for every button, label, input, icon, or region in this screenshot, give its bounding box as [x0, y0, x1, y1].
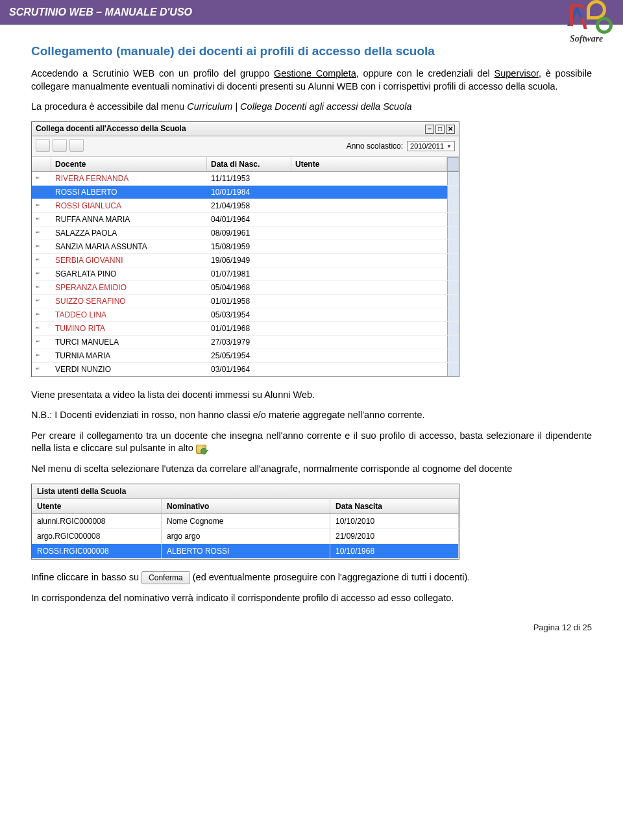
users-window-title: Lista utenti della Scuola — [32, 484, 459, 499]
cell-docente: RUFFA ANNA MARIA — [51, 213, 207, 226]
cell-data: 05/03/1954 — [207, 308, 291, 321]
table-row[interactable]: ▪▫SANZIA MARIA ASSUNTA15/08/1959 — [32, 240, 459, 254]
table-row[interactable]: ▪▫TADDEO LINA05/03/1954 — [32, 308, 459, 322]
cell-utente: argo.RGIC000008 — [32, 529, 162, 543]
table-row[interactable]: ▪▫TUMINO RITA01/01/1968 — [32, 322, 459, 336]
table-row[interactable]: ▪▫VERDI NUNZIO03/01/1964 — [32, 363, 459, 377]
cell-data: 25/05/1954 — [207, 349, 291, 362]
cell-utente — [291, 363, 447, 376]
paragraph-8: In corrispondenza del nominativo verrà i… — [31, 592, 592, 605]
cell-data: 19/06/1949 — [207, 254, 291, 267]
cell-utente — [291, 349, 447, 362]
scrollbar-track[interactable] — [447, 322, 459, 335]
minimize-icon[interactable]: – — [425, 125, 434, 134]
cell-docente: SUIZZO SERAFINO — [51, 295, 207, 308]
cell-data: 10/10/2010 — [330, 514, 459, 528]
window-title: Collega docenti all'Accesso della Scuola — [36, 124, 186, 133]
cell-docente: SPERANZA EMIDIO — [51, 281, 207, 294]
cell-docente: TUMINO RITA — [51, 322, 207, 335]
row-icon: ▪▫ — [32, 295, 51, 308]
cell-data: 01/07/1981 — [207, 267, 291, 280]
page-header: SCRUTINIO WEB – MANUALE D'USO Software — [0, 0, 623, 25]
cell-docente: TURCI MANUELA — [51, 336, 207, 349]
table-row[interactable]: ▪▫RIVERA FERNANDA11/11/1953 — [32, 172, 459, 186]
cell-utente — [291, 186, 447, 199]
window-controls[interactable]: –□✕ — [424, 124, 455, 134]
table-row[interactable]: ▪▫RUFFA ANNA MARIA04/01/1964 — [32, 213, 459, 227]
cell-data: 04/01/1964 — [207, 213, 291, 226]
link-gestione-completa: Gestione Completa — [274, 68, 356, 79]
scrollbar-track[interactable] — [447, 172, 459, 185]
cell-utente — [291, 227, 447, 240]
scrollbar-track[interactable] — [447, 281, 459, 294]
paragraph-6: Nel menu di scelta selezionare l'utenza … — [31, 463, 592, 476]
table-row[interactable]: ▪▫ROSSI GIANLUCA21/04/1958 — [32, 199, 459, 213]
table-row[interactable]: ▪▫SGARLATA PINO01/07/1981 — [32, 267, 459, 281]
row-icon: ▪▫ — [32, 199, 51, 212]
col-utente: Utente — [32, 499, 162, 513]
cell-nominativo: argo argo — [162, 529, 330, 543]
table-header: Docente Data di Nasc. Utente — [32, 157, 459, 172]
scrollbar-track[interactable] — [447, 349, 459, 362]
row-icon: ▪▫ — [32, 186, 51, 199]
table-row[interactable]: ▪▫TURNIA MARIA25/05/1954 — [32, 349, 459, 363]
row-icon: ▪▫ — [32, 336, 51, 349]
table-row[interactable]: ▪▫TURCI MANUELA27/03/1979 — [32, 336, 459, 349]
row-icon: ▪▫ — [32, 322, 51, 335]
cell-docente: SERBIA GIOVANNI — [51, 254, 207, 267]
anno-label: Anno scolastico: — [347, 142, 403, 151]
cell-utente — [291, 336, 447, 349]
users-table-body: alunni.RGIC000008Nome Cognome10/10/2010a… — [32, 514, 459, 559]
link-teacher-icon — [196, 445, 206, 454]
cell-nominativo: ALBERTO ROSSI — [162, 544, 330, 558]
row-icon: ▪▫ — [32, 281, 51, 294]
scrollbar-track[interactable] — [447, 267, 459, 280]
table-row[interactable]: ▪▫SUIZZO SERAFINO01/01/1958 — [32, 295, 459, 308]
anno-select[interactable]: 2010/2011 — [407, 141, 455, 151]
maximize-icon[interactable]: □ — [435, 125, 445, 134]
toolbar-btn-3[interactable] — [69, 139, 84, 152]
scrollbar-track[interactable] — [447, 240, 459, 253]
table-row[interactable]: ▪▫SALAZZA PAOLA08/09/1961 — [32, 227, 459, 240]
scrollbar-track[interactable] — [447, 363, 459, 376]
cell-data: 21/09/2010 — [330, 529, 459, 543]
toolbar-btn-2[interactable] — [53, 139, 67, 152]
toolbar-btn-1[interactable] — [36, 139, 50, 152]
row-icon: ▪▫ — [32, 240, 51, 253]
scrollbar-track[interactable] — [447, 308, 459, 321]
close-icon[interactable]: ✕ — [446, 125, 455, 134]
table-row[interactable]: ▪▫SERBIA GIOVANNI19/06/1949 — [32, 254, 459, 267]
table-row[interactable]: alunni.RGIC000008Nome Cognome10/10/2010 — [32, 514, 459, 529]
cell-utente: alunni.RGIC000008 — [32, 514, 162, 528]
cell-data: 27/03/1979 — [207, 336, 291, 349]
cell-utente — [291, 213, 447, 226]
scrollbar-track[interactable] — [447, 213, 459, 226]
scroll-up-icon[interactable] — [447, 157, 459, 171]
cell-docente: SANZIA MARIA ASSUNTA — [51, 240, 207, 253]
scrollbar-track[interactable] — [447, 254, 459, 267]
cell-utente — [291, 254, 447, 267]
cell-docente: TADDEO LINA — [51, 308, 207, 321]
paragraph-3: Viene presentata a video la lista dei do… — [31, 389, 592, 402]
cell-utente — [291, 322, 447, 335]
table-row[interactable]: ▪▫ROSSI ALBERTO10/01/1984 — [32, 186, 459, 199]
row-icon: ▪▫ — [32, 349, 51, 362]
cell-data: 01/01/1968 — [207, 322, 291, 335]
scrollbar-track[interactable] — [447, 336, 459, 349]
col-data-nascita: Data Nascita — [330, 499, 459, 513]
scrollbar-track[interactable] — [447, 186, 459, 199]
table-row[interactable]: ROSSI.RGIC000008ALBERTO ROSSI10/10/1968 — [32, 544, 459, 559]
table-row[interactable]: argo.RGIC000008argo argo21/09/2010 — [32, 529, 459, 544]
table-row[interactable]: ▪▫SPERANZA EMIDIO05/04/1968 — [32, 281, 459, 295]
cell-data: 10/01/1984 — [207, 186, 291, 199]
cell-nominativo: Nome Cognome — [162, 514, 330, 528]
argo-logo: Software — [563, 0, 619, 49]
scrollbar-track[interactable] — [447, 227, 459, 240]
cell-data: 11/11/1953 — [207, 172, 291, 185]
cell-data: 08/09/1961 — [207, 227, 291, 240]
cell-utente — [291, 199, 447, 212]
cell-data: 10/10/1968 — [330, 544, 459, 558]
scrollbar-track[interactable] — [447, 199, 459, 212]
row-icon: ▪▫ — [32, 172, 51, 185]
scrollbar-track[interactable] — [447, 295, 459, 308]
